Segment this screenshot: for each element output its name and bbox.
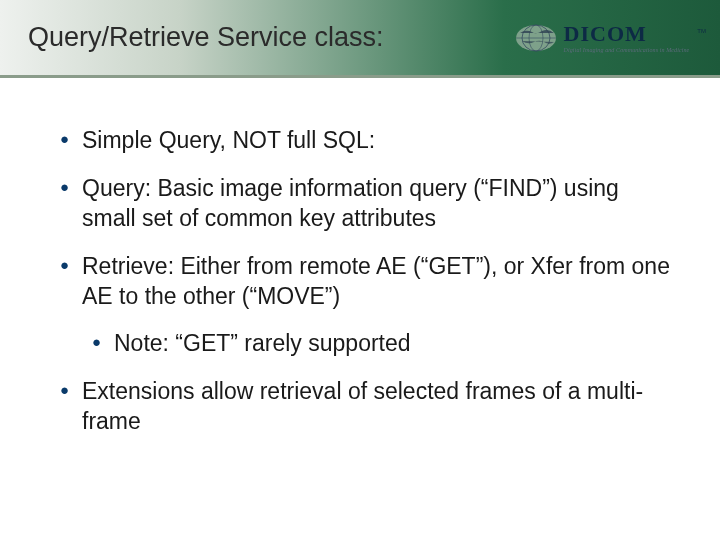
list-item: Retrieve: Either from remote AE (“GET”),…	[64, 252, 676, 312]
slide-body: Simple Query, NOT full SQL: Query: Basic…	[0, 78, 720, 437]
trademark-symbol: TM	[697, 28, 706, 34]
brand-tagline: Digital Imaging and Communications in Me…	[564, 47, 690, 53]
slide-title: Query/Retrieve Service class:	[28, 22, 384, 53]
dicom-logo: DICOM Digital Imaging and Communications…	[514, 23, 706, 53]
brand-text-block: DICOM Digital Imaging and Communications…	[564, 23, 690, 53]
globe-icon	[514, 23, 558, 53]
slide-header: Query/Retrieve Service class: DICOM Digi…	[0, 0, 720, 78]
list-item-nested: Note: “GET” rarely supported	[96, 329, 676, 359]
list-item: Query: Basic image information query (“F…	[64, 174, 676, 234]
brand-name: DICOM	[564, 23, 690, 45]
list-item: Simple Query, NOT full SQL:	[64, 126, 676, 156]
bullet-list: Simple Query, NOT full SQL: Query: Basic…	[64, 126, 676, 437]
list-item: Extensions allow retrieval of selected f…	[64, 377, 676, 437]
